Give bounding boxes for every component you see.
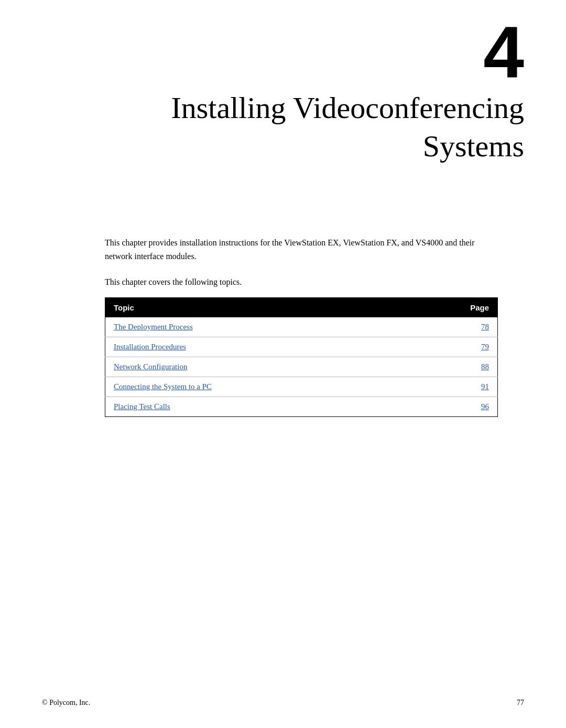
page-num-cell[interactable]: 88 (456, 357, 498, 377)
table-row: Placing Test Calls96 (105, 397, 498, 416)
page-num-link[interactable]: 88 (481, 362, 489, 371)
intro-paragraph1: This chapter provides installation instr… (105, 236, 498, 263)
table-row: The Deployment Process78 (105, 317, 498, 337)
chapter-title-line1: Installing Videoconferencing (171, 91, 524, 125)
page-num-cell[interactable]: 78 (456, 317, 498, 337)
table-body: The Deployment Process78Installation Pro… (105, 317, 498, 417)
chapter-title-line2: Systems (423, 129, 524, 163)
page-num-link[interactable]: 96 (481, 402, 489, 411)
page-num-cell[interactable]: 96 (456, 397, 498, 416)
table-row: Network Configuration88 (105, 357, 498, 377)
content-area: This chapter provides installation instr… (105, 236, 498, 417)
page-number: 77 (517, 699, 524, 707)
page-num-link[interactable]: 78 (481, 323, 489, 331)
topic-cell[interactable]: Placing Test Calls (105, 397, 456, 416)
page-num-link[interactable]: 79 (481, 342, 489, 351)
table-header: Topic Page (105, 297, 498, 317)
col-header-topic: Topic (105, 297, 456, 317)
table-row: Connecting the System to a PC91 (105, 377, 498, 397)
chapter-number: 4 (483, 16, 524, 89)
topic-cell[interactable]: The Deployment Process (105, 317, 456, 337)
topics-table: Topic Page The Deployment Process78Insta… (105, 297, 498, 417)
topic-cell[interactable]: Network Configuration (105, 357, 456, 377)
chapter-title: Installing Videoconferencing Systems (42, 89, 524, 165)
table-row: Installation Procedures79 (105, 337, 498, 357)
topic-link[interactable]: Placing Test Calls (114, 402, 170, 411)
topic-cell[interactable]: Installation Procedures (105, 337, 456, 357)
page-num-link[interactable]: 91 (481, 382, 489, 391)
page-footer: © Polycom, Inc. 77 (42, 699, 524, 707)
copyright-text: © Polycom, Inc. (42, 699, 90, 707)
topics-intro: This chapter covers the following topics… (105, 275, 498, 289)
topic-cell[interactable]: Connecting the System to a PC (105, 377, 456, 397)
page-num-cell[interactable]: 79 (456, 337, 498, 357)
topic-link[interactable]: Connecting the System to a PC (114, 382, 212, 391)
page: 4 Installing Videoconferencing Systems T… (0, 0, 566, 728)
page-num-cell[interactable]: 91 (456, 377, 498, 397)
topic-link[interactable]: Network Configuration (114, 362, 187, 371)
col-header-page: Page (456, 297, 498, 317)
topic-link[interactable]: Installation Procedures (114, 342, 186, 351)
topic-link[interactable]: The Deployment Process (114, 323, 193, 331)
